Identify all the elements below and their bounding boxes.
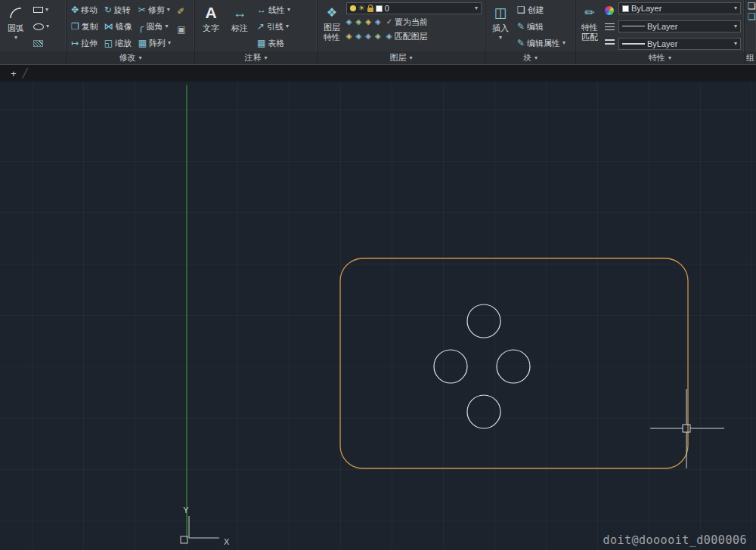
explode-button[interactable]: ▣ (175, 22, 187, 37)
linear-dimension-icon: ↔ (257, 5, 266, 14)
scale-button[interactable]: ◱ 缩放 (103, 36, 134, 51)
lineweight-dropdown[interactable]: ByLayer ▾ (618, 38, 741, 50)
arc-label: 圆弧 (8, 23, 24, 34)
layer-color-swatch (376, 5, 383, 12)
panel-modify: ✥ 移动 ❐ 复制 ↦ 拉伸 ↻ 旋转 (67, 0, 195, 64)
table-icon: ▦ (257, 39, 265, 48)
model-space-canvas[interactable]: Y X doit@dooooit_d000006 (0, 82, 756, 550)
scale-label: 缩放 (115, 38, 132, 49)
edit-block-label: 编辑 (527, 21, 544, 32)
circle-entity-right[interactable] (497, 350, 530, 383)
lock-icon (367, 8, 373, 12)
chevron-down-icon: ▾ (562, 40, 565, 46)
mirror-button[interactable]: ⋈ 镜像 (103, 19, 134, 34)
table-button[interactable]: ▦ 表格 (256, 36, 292, 51)
copy-button[interactable]: ❐ 复制 (70, 19, 100, 34)
chevron-down-icon: ▾ (46, 23, 49, 29)
annotate-panel-footer[interactable]: 注释 ▾ (195, 51, 317, 64)
linear-dimension-button[interactable]: ↔ 线性 ▾ (256, 2, 292, 17)
match-layer-button[interactable]: ◈ 匹配图层 (385, 29, 429, 44)
new-tab-button[interactable]: + (11, 69, 17, 79)
erase-button[interactable]: ✐ (175, 4, 187, 19)
rotate-icon: ↻ (104, 5, 112, 14)
edit-attributes-icon: ✎ (517, 39, 525, 48)
dimension-button[interactable]: ↔ 标注 (227, 2, 253, 51)
trim-button[interactable]: ✂ 修剪 ▾ (137, 2, 172, 17)
match-properties-button[interactable]: ✏ 特性匹配 (579, 2, 600, 51)
ucs-icon[interactable]: Y X (181, 505, 230, 546)
bulb-icon (350, 5, 356, 11)
properties-panel-label: 特性 (649, 52, 665, 63)
edit-attributes-label: 编辑属性 (527, 38, 560, 49)
create-block-button[interactable]: ❑ 创建 (516, 2, 567, 17)
layer-properties-button[interactable]: ❖ 图层特性 (321, 2, 343, 51)
ribbon: 圆弧 ▾ ▾ ▾ (0, 0, 756, 65)
properties-panel-footer[interactable]: 特性 ▾ (576, 51, 744, 64)
edit-block-button[interactable]: ✎ 编辑 (516, 19, 567, 34)
group-panel-footer[interactable]: 组 (745, 51, 756, 64)
layer-tool-icon[interactable]: ◈ (375, 32, 381, 40)
array-label: 阵列 (149, 38, 166, 49)
chevron-down-icon: ▾ (734, 23, 737, 29)
mirror-icon: ⋈ (104, 22, 113, 31)
insert-block-button[interactable]: ◫ 插入 ▾ (488, 2, 513, 51)
text-button[interactable]: A 文字 (198, 2, 224, 51)
chevron-down-icon: ▾ (168, 40, 171, 46)
block-panel-footer[interactable]: 块 ▾ (485, 51, 575, 64)
circle-entity-left[interactable] (434, 350, 467, 383)
rectangle-icon (33, 7, 43, 13)
layer-tool-icon[interactable]: ◈ (356, 32, 362, 40)
move-button[interactable]: ✥ 移动 (70, 2, 100, 17)
draw-panel-footer (0, 51, 66, 64)
circle-entity-top[interactable] (467, 304, 500, 338)
chevron-down-icon: ▾ (287, 7, 290, 13)
layers-panel-footer[interactable]: 图层 ▾ (318, 51, 485, 64)
chevron-down-icon: ▾ (668, 55, 671, 61)
mirror-label: 镜像 (116, 21, 132, 32)
object-color-dropdown[interactable]: ByLayer ▾ (618, 2, 741, 14)
ungroup-icon[interactable]: ❏ (748, 12, 756, 21)
hatch-button[interactable] (32, 36, 51, 51)
edit-attributes-button[interactable]: ✎ 编辑属性 ▾ (516, 36, 567, 51)
stretch-label: 拉伸 (81, 38, 98, 49)
fillet-icon: ╭ (138, 22, 144, 32)
layer-tool-icon[interactable]: ◈ (365, 32, 371, 40)
layer-tool-icon[interactable]: ◈ (365, 18, 371, 26)
fillet-button[interactable]: ╭ 圆角 ▾ (137, 19, 172, 34)
circle-entity-bottom[interactable] (467, 395, 500, 428)
crosshair-cursor (650, 389, 724, 468)
stretch-button[interactable]: ↦ 拉伸 (70, 36, 100, 51)
modify-panel-footer[interactable]: 修改 ▾ (67, 51, 194, 64)
create-block-label: 创建 (528, 5, 544, 16)
linear-dimension-label: 线性 (268, 5, 285, 16)
set-current-button[interactable]: ✓ 置为当前 (385, 14, 429, 29)
chevron-down-icon: ▾ (138, 55, 141, 61)
ellipse-button[interactable]: ▾ (32, 19, 51, 34)
group-icon[interactable]: ❏ (748, 2, 756, 11)
rotate-label: 旋转 (114, 5, 131, 16)
rectangle-button[interactable]: ▾ (32, 2, 51, 17)
match-layer-icon: ◈ (386, 32, 392, 40)
linetype-lines-icon (605, 23, 615, 31)
layer-tool-icon[interactable]: ◈ (346, 18, 352, 26)
rotate-button[interactable]: ↻ 旋转 (103, 2, 134, 17)
autocad-window: 圆弧 ▾ ▾ ▾ (0, 0, 756, 550)
dimension-label: 标注 (231, 23, 248, 34)
leader-label: 引线 (267, 21, 284, 32)
arc-button[interactable]: 圆弧 ▾ (3, 2, 29, 51)
fillet-label: 圆角 (147, 21, 163, 32)
trim-icon: ✂ (138, 5, 146, 14)
arc-icon (9, 4, 23, 22)
leader-button[interactable]: ↗ 引线 ▾ (256, 19, 292, 34)
layer-tool-icon[interactable]: ◈ (375, 18, 381, 26)
layer-dropdown[interactable]: ☀ 0 ▾ (346, 2, 482, 14)
layer-tool-icon[interactable]: ◈ (356, 18, 362, 26)
scale-icon: ◱ (104, 39, 113, 48)
rounded-rectangle-entity[interactable] (340, 258, 688, 468)
explode-icon: ▣ (177, 25, 185, 34)
pickbox (683, 425, 690, 432)
linetype-dropdown[interactable]: ByLayer ▾ (618, 20, 741, 32)
linetype-value: ByLayer (647, 22, 677, 31)
layer-tool-icon[interactable]: ◈ (346, 32, 352, 40)
array-button[interactable]: ▦ 阵列 ▾ (137, 36, 172, 51)
